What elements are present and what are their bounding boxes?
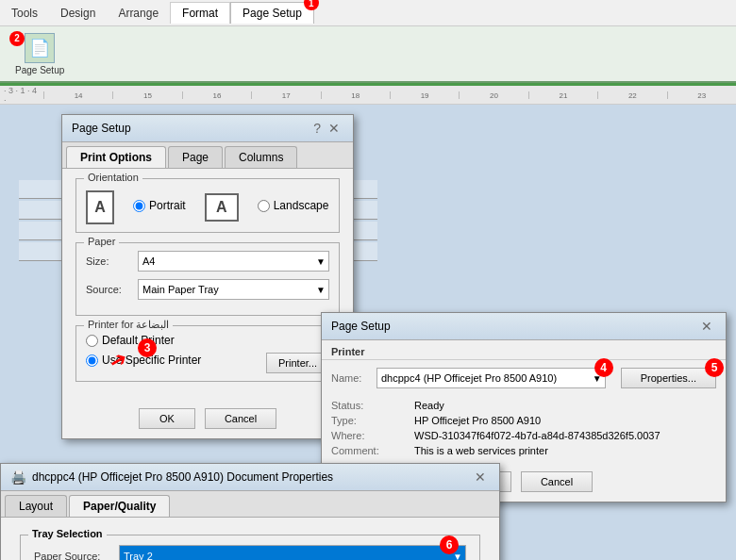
portrait-icon: A <box>86 190 114 224</box>
default-printer-row: Default Printer <box>86 334 329 347</box>
menu-design[interactable]: Design <box>49 3 107 24</box>
landscape-radio[interactable] <box>258 200 270 212</box>
ruler: · 3 · 1 · 4 · 14 15 16 17 18 19 20 21 22… <box>0 86 736 105</box>
source-label: Source: <box>86 284 138 295</box>
menu-format[interactable]: Format <box>170 2 230 24</box>
printer-for-label: Printer for البضاعة <box>84 319 173 331</box>
tab-columns[interactable]: Columns <box>225 146 297 168</box>
size-label: Size: <box>86 255 138 267</box>
properties-btn[interactable]: Properties... <box>621 368 716 388</box>
comment-value: This is a web services printer <box>414 445 716 456</box>
source-row: Source: Main Paper Tray ▼ <box>86 279 329 300</box>
paper-source-select[interactable]: Tray 2 <box>119 545 466 560</box>
dialog1-body: Orientation A Portrait A Landscape <box>62 169 353 401</box>
name-select-wrapper: dhcppc4 (HP Officejet Pro 8500 A910) ▼ 4 <box>376 368 606 388</box>
tab-layout[interactable]: Layout <box>5 495 67 517</box>
name-row: Name: dhcppc4 (HP Officejet Pro 8500 A91… <box>322 360 726 392</box>
menu-bar: Tools Design Arrange Format Page Setup <box>0 0 736 26</box>
main-area: Page Setup ? ✕ Print Options Page Column… <box>0 105 736 560</box>
where-label: Where: <box>331 430 407 441</box>
paper-group-label: Paper <box>84 236 119 247</box>
dialog1-cancel-btn[interactable]: Cancel <box>205 408 276 429</box>
dialog2-close-btn[interactable]: ✕ <box>697 319 716 334</box>
dialog1-ok-btn[interactable]: OK <box>139 408 195 429</box>
status-label: Status: <box>331 400 407 411</box>
badge-4: 4 <box>594 358 613 377</box>
help-icon[interactable]: ? <box>313 121 321 136</box>
size-select[interactable]: A4 <box>138 251 329 272</box>
tab-paper-quality[interactable]: Paper/Quality <box>69 495 170 517</box>
size-row: Size: A4 ▼ <box>86 251 329 272</box>
paper-source-label: Paper Source: <box>34 551 119 560</box>
printer-section-label: Printer <box>322 340 726 360</box>
menu-arrange[interactable]: Arrange <box>107 3 170 24</box>
printer-info-grid: Status: Ready Type: HP Officejet Pro 850… <box>322 392 726 464</box>
dialog3-body: Tray Selection Paper Source: Tray 2 ▼ 6 … <box>1 518 499 560</box>
badge-3: 3 <box>138 338 157 357</box>
dialog1-buttons: OK Cancel <box>62 401 353 438</box>
portrait-radio[interactable] <box>133 200 145 212</box>
specific-printer-radio[interactable] <box>86 354 98 367</box>
paper-source-row: Paper Source: Tray 2 ▼ 6 <box>34 545 466 560</box>
landscape-icon: A <box>205 193 239 222</box>
printer-btn[interactable]: Printer... <box>266 353 329 373</box>
tab-print-options[interactable]: Print Options <box>66 146 166 168</box>
dialog1-close-btn[interactable]: ✕ <box>325 121 343 136</box>
orientation-group: Orientation A Portrait A Landscape <box>75 178 340 233</box>
source-select-wrapper: Main Paper Tray ▼ <box>138 279 329 300</box>
tray-section-label: Tray Selection <box>28 528 107 539</box>
tray-section: Tray Selection Paper Source: Tray 2 ▼ 6 … <box>20 535 480 560</box>
size-select-wrapper: A4 ▼ <box>138 251 329 272</box>
orientation-label: Orientation <box>84 172 142 183</box>
dialog3-tabs: Layout Paper/Quality <box>1 491 499 518</box>
badge-6: 6 <box>440 535 459 554</box>
menu-tools[interactable]: Tools <box>0 3 49 24</box>
dialog2-title: Page Setup ✕ <box>322 313 726 340</box>
paper-source-select-wrapper: Tray 2 ▼ 6 <box>119 545 466 560</box>
dialog3-title-bar: 🖨️ dhcppc4 (HP Officejet Pro 8500 A910) … <box>1 464 499 491</box>
landscape-label: Landscape <box>274 199 329 212</box>
tab-page[interactable]: Page <box>168 146 223 168</box>
arrow3-container: ➔ 3 <box>109 348 126 372</box>
doc-props-dialog: 🖨️ dhcppc4 (HP Officejet Pro 8500 A910) … <box>0 463 500 560</box>
dialog1-title: Page Setup ? ✕ <box>62 115 353 142</box>
printer-icon: 🖨️ <box>10 469 26 485</box>
name-select[interactable]: dhcppc4 (HP Officejet Pro 8500 A910) <box>376 368 606 388</box>
status-value: Ready <box>414 400 716 411</box>
portrait-label: Portrait <box>149 199 186 212</box>
dialog2-cancel-btn[interactable]: Cancel <box>521 471 593 492</box>
type-label: Type: <box>331 415 407 426</box>
dialog1-tabs: Print Options Page Columns <box>62 142 353 169</box>
dialog3-title-text: dhcppc4 (HP Officejet Pro 8500 A910) Doc… <box>32 470 333 484</box>
ribbon: 📄 Page Setup 2 <box>0 26 736 83</box>
where-value: WSD-310347f64f072-4b7d-a84d-874385d326f5… <box>414 430 716 441</box>
badge-5: 5 <box>705 358 724 377</box>
badge-2: 2 <box>9 31 25 46</box>
menu-page-setup[interactable]: Page Setup <box>230 2 314 24</box>
dialog2-title-text: Page Setup <box>331 320 391 333</box>
portrait-radio-row: Portrait <box>133 199 186 212</box>
orient-icons: A Portrait A Landscape <box>86 187 329 224</box>
dialog3-close-btn[interactable]: ✕ <box>471 469 490 485</box>
landscape-radio-row: Landscape <box>258 199 329 212</box>
default-printer-radio[interactable] <box>86 335 98 347</box>
source-select[interactable]: Main Paper Tray <box>138 279 329 300</box>
page-setup-icon: 📄 <box>25 33 55 63</box>
dialog1-title-text: Page Setup <box>72 122 131 135</box>
name-label: Name: <box>331 372 369 384</box>
ribbon-btn-label: Page Setup <box>15 65 64 75</box>
ruler-ticks: 14 15 16 17 18 19 20 21 22 23 <box>43 91 736 99</box>
page-setup-dialog-1: Page Setup ? ✕ Print Options Page Column… <box>61 114 354 439</box>
type-value: HP Officejet Pro 8500 A910 <box>414 415 716 426</box>
comment-label: Comment: <box>331 445 407 456</box>
paper-group: Paper Size: A4 ▼ Source: Main Paper Tray <box>75 242 340 316</box>
